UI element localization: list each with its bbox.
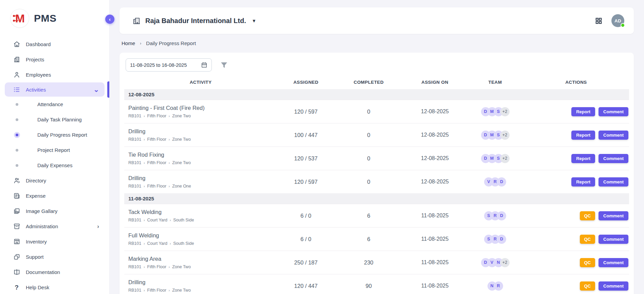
comment-button[interactable]: Comment (599, 107, 628, 116)
filter-funnel-icon[interactable] (220, 61, 228, 69)
company-name: Raja Bahadur International Ltd. (145, 17, 246, 25)
comment-button[interactable]: Comment (599, 154, 628, 163)
actions-cell: QCComment (523, 235, 629, 244)
sidebar-item-documentation[interactable]: Documentation (5, 264, 105, 280)
sidebar-item-label: Help Desk (26, 285, 49, 290)
path-segment: Court Yard (147, 241, 167, 246)
path-segment: Fifth Floor (147, 184, 166, 189)
comment-button[interactable]: Comment (599, 258, 628, 267)
activity-location-path: RB101›Fifth Floor›Zone Two (128, 288, 277, 293)
actions-cell: ReportComment (523, 131, 629, 140)
comment-button[interactable]: Comment (599, 235, 628, 244)
sidebar-item-image-gallary[interactable]: Image Gallary (5, 203, 105, 219)
breadcrumb: Home › Daily Progress Report (119, 34, 634, 53)
activity-title: Painting - First Coat (Fire Red) (128, 105, 277, 111)
chevron-right-icon: › (169, 289, 170, 292)
logo-badge: M (10, 9, 29, 28)
chevron-right-icon: › (140, 41, 141, 46)
chevron-right-icon: › (144, 114, 145, 118)
comment-button[interactable]: Comment (599, 281, 628, 291)
app-name: PMS (34, 13, 57, 24)
sidebar-subitem-label: Daily Task Planning (37, 117, 82, 122)
apps-grid-icon[interactable] (595, 17, 603, 25)
building-icon (13, 56, 20, 63)
sidebar-item-label: Support (26, 254, 44, 260)
store-icon (13, 238, 20, 246)
sidebar-item-label: Directory (26, 178, 46, 183)
logo-circuit-dot (13, 20, 15, 22)
assign-on-date: 12-08-2025 (403, 179, 467, 185)
chevron-right-icon: › (144, 138, 145, 141)
sidebar: M PMS DashboardProjectsEmployeesActiviti… (0, 0, 110, 294)
path-segment: RB101 (128, 184, 141, 189)
sidebar-nav: DashboardProjectsEmployeesActivities⌄Att… (0, 35, 109, 294)
qc-button[interactable]: QC (580, 211, 595, 220)
comment-button[interactable]: Comment (599, 131, 628, 140)
team-cell: SRD (467, 211, 523, 220)
assigned-value: 6 / 0 (277, 213, 335, 219)
chevron-right-icon: › (169, 138, 170, 141)
path-segment: Fifth Floor (147, 114, 166, 118)
company-selector[interactable]: Raja Bahadur International Ltd. ▾ (132, 17, 255, 25)
assigned-value: 120 / 597 (277, 109, 335, 115)
sidebar-item-inventory[interactable]: Inventory (5, 234, 105, 249)
sidebar-item-dashboard[interactable]: Dashboard (5, 37, 105, 52)
sidebar-item-project-report[interactable]: Project Report (5, 142, 105, 158)
chevron-right-icon: › (169, 265, 170, 269)
sidebar-item-daily-progress-report[interactable]: Daily Progress Report (5, 127, 105, 142)
report-button[interactable]: Report (571, 107, 595, 116)
qc-button[interactable]: QC (580, 235, 595, 244)
sidebar-item-activities[interactable]: Activities⌄ (5, 82, 105, 97)
report-button[interactable]: Report (571, 154, 595, 163)
sidebar-collapse-button[interactable]: ‹ (105, 15, 114, 24)
image-icon (13, 208, 20, 215)
chevron-right-icon: › (144, 161, 145, 165)
qc-button[interactable]: QC (580, 281, 595, 291)
team-extra-count: +2 (500, 131, 510, 140)
path-segment: RB101 (128, 137, 141, 142)
sidebar-item-daily-expenses[interactable]: Daily Expenses (5, 158, 105, 173)
report-button[interactable]: Report (571, 177, 595, 187)
activity-title: Marking Area (128, 256, 277, 262)
sidebar-item-administration[interactable]: Administration› (5, 219, 105, 234)
sidebar-item-label: Image Gallary (26, 208, 57, 214)
completed-value: 6 (335, 236, 403, 242)
sidebar-item-expense[interactable]: Expense (5, 188, 105, 203)
qc-button[interactable]: QC (580, 258, 595, 267)
sidebar-item-employees[interactable]: Employees (5, 67, 105, 82)
assign-on-date: 11-08-2025 (403, 236, 467, 242)
sidebar-item-attendance[interactable]: Attendance (5, 97, 105, 112)
activity-title: Tie Rod Fixing (128, 152, 277, 158)
completed-value: 230 (335, 259, 403, 266)
report-button[interactable]: Report (571, 131, 595, 140)
comment-button[interactable]: Comment (599, 177, 628, 187)
table-row: Painting - First Coat (Fire Red)RB101›Fi… (124, 100, 629, 123)
date-range-input[interactable]: 11-08-2025 to 16-08-2025 (126, 58, 212, 72)
comment-button[interactable]: Comment (599, 211, 628, 220)
sidebar-item-daily-task-planning[interactable]: Daily Task Planning (5, 112, 105, 127)
sidebar-item-label: Projects (26, 57, 44, 62)
column-header-completed: COMPLETED (335, 80, 403, 85)
team-avatar-group: NR (487, 281, 503, 291)
sidebar-item-label: Administration (26, 223, 58, 229)
user-avatar[interactable]: AD (611, 14, 624, 27)
activity-cell: Full WeldingRB101›Court Yard›South Side (124, 232, 277, 246)
chevron-right-icon: › (169, 161, 170, 165)
breadcrumb-home-link[interactable]: Home (122, 40, 135, 46)
assigned-value: 120 / 537 (277, 155, 335, 162)
main-area: Raja Bahadur International Ltd. ▾ AD Hom… (110, 0, 644, 294)
sidebar-item-projects[interactable]: Projects (5, 52, 105, 67)
breadcrumb-current: Daily Progress Report (146, 40, 196, 46)
sidebar-item-help-desk[interactable]: ?Help Desk (5, 280, 105, 294)
sidebar-item-support[interactable]: Support (5, 249, 105, 264)
activity-cell: DrillingRB101›Fifth Floor›Zone Two (124, 128, 277, 142)
assign-on-date: 11-08-2025 (403, 213, 467, 219)
chevron-right-icon: › (144, 265, 145, 269)
team-cell: NR (467, 281, 523, 291)
path-segment: RB101 (128, 241, 141, 246)
path-segment: Fifth Floor (147, 160, 166, 165)
sidebar-item-directory[interactable]: Directory (5, 173, 105, 188)
activity-cell: Tie Rod FixingRB101›Fifth Floor›Zone Two (124, 152, 277, 165)
activity-location-path: RB101›Fifth Floor›Zone Two (128, 114, 277, 118)
archive-icon (13, 223, 20, 230)
